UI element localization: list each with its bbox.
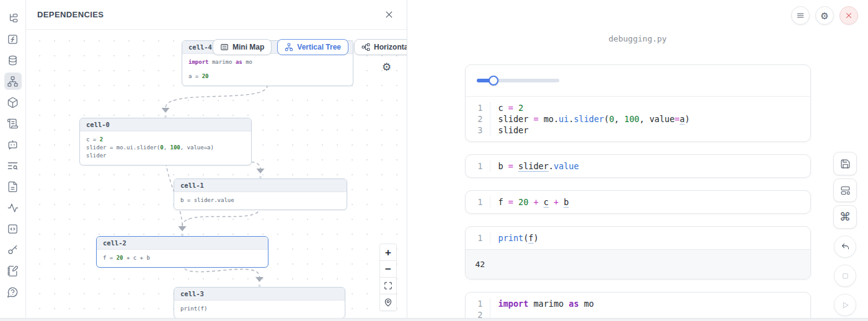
close-panel-button[interactable] — [382, 8, 396, 22]
run-button — [834, 294, 856, 316]
fit-view-icon — [384, 281, 392, 290]
dependencies-panel: DEPENDENCIES Mini MapVertical TreeHorizo… — [26, 0, 407, 321]
sidebar-item-outline-search[interactable] — [4, 157, 22, 174]
notebook-action-rail: ⌘ — [833, 152, 857, 316]
view-button-label: Mini Map — [232, 43, 264, 51]
sidebar-item-packages[interactable] — [4, 94, 22, 111]
layout-button[interactable] — [833, 178, 857, 202]
notebook-cell: 1 f = 20 + c + b — [465, 190, 811, 214]
cell-output: 42 — [466, 249, 810, 279]
menu-button[interactable] — [791, 6, 810, 25]
code-row: 3 slider — [466, 125, 810, 136]
slider-widget[interactable] — [477, 76, 559, 86]
node-title: cell-0 — [80, 118, 251, 131]
dependencies-panel-header: DEPENDENCIES — [26, 0, 407, 30]
network-icon — [7, 76, 19, 87]
vertical-tree-icon — [285, 43, 293, 51]
sidebar-item-logs[interactable] — [4, 115, 22, 132]
code-editor[interactable]: 1 f = 20 + c + b — [466, 191, 810, 213]
code-editor[interactable]: 1 import marimo as mo 2 — [466, 292, 810, 321]
command-palette-button[interactable]: ⌘ — [833, 205, 857, 229]
code-line: c = 2 — [490, 102, 524, 113]
sidebar-item-snippets[interactable] — [4, 220, 22, 237]
line-number: 1 — [466, 196, 490, 208]
node-code-line: b = slider.value — [180, 196, 340, 204]
vertical-tree-button[interactable]: Vertical Tree — [277, 39, 348, 55]
graph-node-cell-0[interactable]: cell-0 c = 2slider = mo.ui.slider(0, 100… — [79, 118, 252, 165]
fit-view-button[interactable] — [379, 277, 397, 294]
undo-icon — [841, 242, 850, 252]
settings-button[interactable]: ⚙ — [815, 6, 834, 25]
code-row: 1 b = slider.value — [466, 160, 810, 172]
square-code-icon — [7, 223, 19, 235]
code-editor[interactable]: 1 print(f) — [466, 227, 810, 249]
list-search-icon — [7, 160, 19, 172]
sidebar-item-datasources[interactable] — [4, 51, 22, 69]
graph-zoom-controls: +− — [379, 244, 397, 311]
sidebar-item-documentation[interactable] — [4, 178, 22, 195]
sidebar-item-file-explorer[interactable] — [4, 9, 22, 27]
minimap-icon — [220, 43, 229, 51]
notebook-pen-icon — [7, 265, 19, 277]
database-icon — [7, 55, 19, 66]
package-icon — [7, 97, 19, 108]
code-line: f = 20 + c + b — [490, 196, 569, 208]
node-code: c = 2slider = mo.ui.slider(0, 100, value… — [80, 131, 251, 165]
dependency-graph-canvas[interactable]: Mini MapVertical TreeHorizontal Tree ⚙ +… — [26, 30, 407, 321]
node-code: import marimo as moa = 20 — [182, 54, 353, 86]
slider-thumb[interactable] — [489, 76, 498, 86]
line-number: 1 — [466, 232, 490, 244]
layout-icon — [840, 185, 851, 196]
sidebar-item-secrets[interactable] — [4, 241, 22, 258]
code-line: print(f) — [490, 232, 539, 244]
graph-node-cell-3[interactable]: cell-3 print(f) — [174, 287, 345, 319]
graph-node-cell-1[interactable]: cell-1 b = slider.value — [174, 178, 347, 210]
line-number: 3 — [466, 125, 490, 136]
bot-message-icon — [7, 139, 19, 151]
pin-icon — [384, 298, 392, 307]
save-button[interactable] — [833, 152, 857, 175]
pin-button[interactable] — [379, 294, 397, 311]
node-code-line: a = 20 — [188, 73, 347, 81]
view-button-label: Vertical Tree — [297, 43, 341, 51]
node-code: b = slider.value — [174, 192, 347, 209]
sidebar-item-variables[interactable] — [4, 30, 22, 48]
notebook-filename[interactable]: debugging.py — [407, 34, 868, 43]
node-title: cell-2 — [97, 237, 268, 250]
undo-button[interactable] — [834, 235, 856, 258]
sidebar-item-tracing[interactable] — [4, 199, 22, 216]
sidebar-item-chat[interactable] — [4, 136, 22, 153]
node-code-line: slider = mo.ui.slider(0, 100, value=a) — [86, 144, 245, 152]
code-row: 1 f = 20 + c + b — [466, 196, 810, 208]
mini-map-button[interactable]: Mini Map — [213, 39, 272, 55]
code-row: 2 slider = mo.ui.slider(0, 100, value=a) — [466, 113, 810, 125]
code-editor[interactable]: 1 c = 2 2 slider = mo.ui.slider(0, 100, … — [466, 97, 810, 141]
message-question-icon — [7, 286, 19, 298]
app-controls: ⚙ — [791, 6, 858, 25]
scroll-text-icon — [7, 118, 19, 130]
notebook-cell: 1 b = slider.value — [465, 154, 811, 178]
code-line: import marimo as mo — [490, 298, 594, 309]
line-number: 1 — [466, 102, 490, 113]
node-code-line: slider — [86, 152, 245, 160]
code-line: slider = mo.ui.slider(0, 100, value=a) — [490, 113, 690, 125]
code-line: b = slider.value — [490, 160, 579, 172]
zoom-out-button[interactable]: − — [379, 260, 397, 278]
shutdown-button[interactable] — [839, 6, 858, 25]
panel-title: DEPENDENCIES — [37, 10, 104, 19]
save-icon — [840, 159, 851, 169]
node-code: print(f) — [174, 301, 345, 318]
graph-settings-gear-icon[interactable]: ⚙ — [382, 62, 391, 73]
zoom-in-button[interactable]: + — [379, 244, 397, 261]
horizontal-tree-button[interactable]: Horizontal Tree — [354, 39, 407, 55]
sidebar-item-help[interactable] — [4, 283, 22, 301]
code-editor[interactable]: 1 b = slider.value — [466, 155, 810, 177]
close-icon — [844, 11, 853, 20]
line-number: 1 — [466, 160, 490, 172]
sidebar-item-dependencies[interactable] — [4, 73, 22, 90]
notebook-cell: 1 import marimo as mo 2 — [465, 292, 811, 321]
command-icon: ⌘ — [839, 211, 851, 222]
horizontal-tree-icon — [361, 43, 370, 51]
graph-node-cell-2[interactable]: cell-2 f = 20 + c + b — [96, 236, 268, 268]
sidebar-item-scratchpad[interactable] — [4, 262, 22, 279]
